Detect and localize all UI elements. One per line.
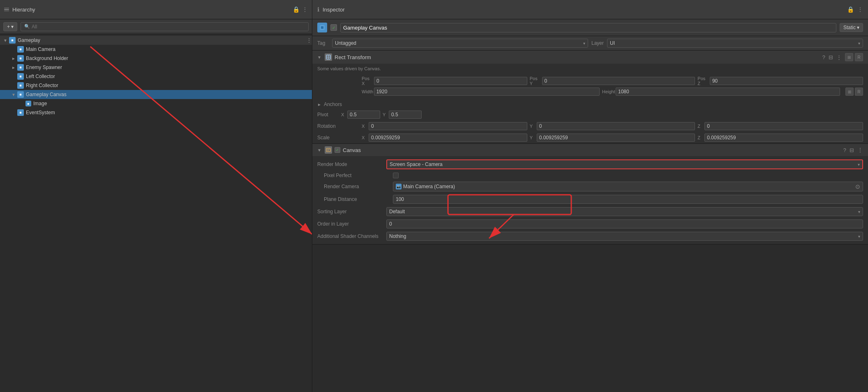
- order-in-layer-row: Order in Layer: [312, 218, 868, 230]
- scale-y-input[interactable]: [537, 134, 695, 142]
- reset-icon[interactable]: R: [855, 88, 863, 96]
- static-button[interactable]: Static ▾: [840, 23, 863, 32]
- rotation-z-input[interactable]: [704, 122, 863, 130]
- canvas-more[interactable]: ⋮: [857, 147, 863, 153]
- hierarchy-item-eventsystem[interactable]: ■ EventSystem: [0, 108, 312, 117]
- inspector-more-icon[interactable]: ⋮: [857, 6, 863, 13]
- target-icon[interactable]: ⊙: [855, 183, 860, 190]
- tag-label: Tag: [317, 40, 329, 46]
- pivot-y-item: Y: [383, 111, 422, 119]
- order-in-layer-label: Order in Layer: [317, 221, 383, 227]
- size-row: Width Height ⊞ R: [317, 88, 863, 96]
- render-camera-value: Main Camera (Camera): [403, 184, 455, 189]
- gameobject-icon-left: ■: [17, 73, 24, 80]
- render-mode-row: Render Mode Screen Space - Camera ▾: [312, 158, 868, 171]
- stretch-icon[interactable]: ⊞: [845, 88, 854, 96]
- rect-transform-help[interactable]: ?: [822, 54, 825, 60]
- hierarchy-item-label-background: Background Holder: [26, 55, 68, 61]
- more-options-icon[interactable]: ⋮: [302, 6, 308, 13]
- render-mode-dropdown[interactable]: Screen Space - Camera ▾: [386, 159, 863, 169]
- canvas-checkbox[interactable]: ✓: [335, 147, 340, 153]
- scale-row: Scale X Y Z: [312, 132, 868, 143]
- gameobject-icon-background: ■: [17, 55, 24, 62]
- lock-icon[interactable]: 🔒: [293, 6, 300, 13]
- inspector-panel: ℹ Inspector 🔒 ⋮ ✓ Gameplay Canvas Static…: [312, 0, 868, 392]
- pivot-x-input[interactable]: [347, 111, 380, 119]
- rect-transform-more[interactable]: ⋮: [836, 54, 842, 60]
- render-camera-field[interactable]: 📷 Main Camera (Camera) ⊙: [393, 182, 863, 191]
- hierarchy-item-gameplay[interactable]: ▼ ■ Gameplay ⋮: [0, 36, 312, 45]
- scale-z-input[interactable]: [704, 134, 863, 142]
- search-input[interactable]: [32, 24, 305, 30]
- rotation-y-input[interactable]: [537, 122, 695, 130]
- rotation-x-item: X: [362, 122, 527, 130]
- add-button[interactable]: + ▾: [3, 22, 17, 31]
- rotation-row: Rotation X Y Z: [312, 120, 868, 132]
- hierarchy-item-label-left: Left Collector: [26, 74, 55, 79]
- hierarchy-item-left-collector[interactable]: ■ Left Collector: [0, 72, 312, 81]
- pivot-values: X Y: [341, 111, 863, 119]
- rect-transform-name: Rect Transform: [335, 54, 820, 60]
- rotation-y-axis: Y: [530, 124, 536, 129]
- pixel-perfect-checkbox[interactable]: [393, 173, 399, 178]
- width-axis: Width: [362, 89, 373, 94]
- scale-y-item: Y: [530, 134, 695, 142]
- hierarchy-item-right-collector[interactable]: ■ Right Collector: [0, 81, 312, 90]
- render-mode-value: Screen Space - Camera: [390, 161, 443, 167]
- canvas-settings[interactable]: ⊟: [850, 147, 854, 153]
- rotation-x-input[interactable]: [369, 122, 527, 130]
- layer-dropdown[interactable]: UI ▾: [607, 39, 863, 48]
- rect-transform-section: ▼ Rect Transform ? ⊟ ⋮ ⊞ R: [312, 51, 868, 144]
- pos-fields: Pos X Pos Y Pos Z: [312, 74, 868, 100]
- stretch-icons: ⊞ R: [845, 53, 863, 61]
- render-camera-row: Render Camera 📷 Main Camera (Camera) ⊙: [312, 180, 868, 193]
- pivot-y-input[interactable]: [389, 111, 422, 119]
- rect-transform-header[interactable]: ▼ Rect Transform ? ⊟ ⋮ ⊞ R: [312, 51, 868, 64]
- render-mode-arrow: ▾: [858, 162, 860, 167]
- canvas-header[interactable]: ▼ ✓ Canvas ? ⊟ ⋮: [312, 144, 868, 156]
- hierarchy-title: Hierarchy: [12, 7, 289, 13]
- rect-transform-actions: ? ⊟ ⋮ ⊞ R: [822, 53, 863, 61]
- hierarchy-item-main-camera[interactable]: ■ Main Camera: [0, 45, 312, 54]
- shader-channels-arrow: ▾: [858, 234, 860, 239]
- hierarchy-panel: Hierarchy 🔒 ⋮ + ▾ 🔍 ▼ ■ Gameplay ⋮ ■ Mai…: [0, 0, 312, 392]
- hierarchy-toolbar: + ▾ 🔍: [0, 19, 312, 34]
- pos-z-input[interactable]: [710, 77, 863, 85]
- gameobject-header: ✓ Gameplay Canvas Static ▾: [312, 19, 868, 36]
- rect-transform-settings[interactable]: ⊟: [829, 54, 833, 60]
- inspector-lock-icon[interactable]: 🔒: [847, 6, 854, 13]
- scale-z-item: Z: [697, 134, 863, 142]
- tag-dropdown[interactable]: Untagged ▾: [332, 39, 588, 48]
- hierarchy-item-enemy-spawner[interactable]: ► ■ Enemy Spawner: [0, 63, 312, 72]
- pos-y-input[interactable]: [542, 77, 695, 85]
- chevron-down-icon: ▾: [11, 24, 14, 30]
- reset-r-icon[interactable]: R: [855, 53, 863, 61]
- order-in-layer-input[interactable]: [389, 221, 860, 227]
- gameobject-icon-canvas: ■: [17, 91, 24, 98]
- hierarchy-item-image[interactable]: ■ Image: [0, 99, 312, 108]
- pixel-perfect-row: Pixel Perfect: [312, 171, 868, 180]
- scale-y-axis: Y: [530, 135, 536, 140]
- stretch-h-icon[interactable]: ⊞: [845, 53, 853, 61]
- sorting-layer-label: Sorting Layer: [317, 209, 383, 214]
- camera-icon: 📷: [396, 184, 402, 189]
- plane-distance-input[interactable]: [396, 196, 860, 202]
- anchors-label: Anchors: [324, 101, 342, 107]
- render-camera-label: Render Camera: [317, 184, 390, 189]
- canvas-help[interactable]: ?: [843, 147, 846, 153]
- width-input[interactable]: [374, 88, 600, 96]
- canvas-icon: [325, 146, 332, 154]
- pos-x-input[interactable]: [374, 77, 527, 85]
- sorting-layer-dropdown[interactable]: Default ▾: [386, 207, 863, 216]
- go-active-checkbox[interactable]: ✓: [330, 24, 337, 31]
- scale-x-input[interactable]: [369, 134, 527, 142]
- go-name-field[interactable]: Gameplay Canvas: [340, 23, 836, 32]
- hierarchy-item-background-holder[interactable]: ► ■ Background Holder: [0, 54, 312, 63]
- hamburger-icon: [4, 8, 9, 12]
- hierarchy-item-gameplay-canvas[interactable]: ▼ ■ Gameplay Canvas: [0, 90, 312, 99]
- pixel-perfect-toggle: [393, 173, 399, 178]
- overflow-gameplay[interactable]: ⋮: [306, 37, 312, 44]
- shader-channels-dropdown[interactable]: Nothing ▾: [386, 232, 863, 241]
- scale-values: X Y Z: [362, 134, 863, 142]
- height-input[interactable]: [616, 88, 840, 96]
